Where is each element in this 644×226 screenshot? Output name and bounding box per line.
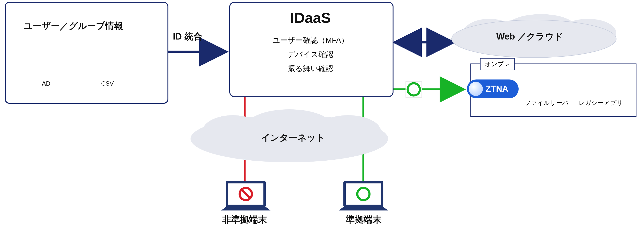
svg-rect-41 bbox=[226, 181, 266, 207]
svg-rect-47 bbox=[346, 184, 381, 204]
id-integration-label: ID 統合 bbox=[173, 30, 202, 42]
onprem-tag: オンプレ bbox=[480, 58, 515, 70]
user-group-title: ユーザー／グループ情報 bbox=[24, 20, 123, 32]
web-cloud-label: Web ／クラウド bbox=[496, 30, 563, 42]
svg-rect-5 bbox=[406, 81, 422, 97]
svg-point-6 bbox=[408, 83, 420, 96]
svg-marker-43 bbox=[221, 207, 270, 210]
svg-point-15 bbox=[315, 115, 381, 148]
svg-point-49 bbox=[357, 188, 370, 200]
svg-rect-46 bbox=[344, 181, 384, 207]
svg-line-45 bbox=[242, 190, 250, 198]
svg-point-13 bbox=[202, 115, 264, 148]
svg-rect-42 bbox=[228, 184, 264, 204]
svg-point-44 bbox=[240, 188, 252, 200]
legacy-app-label: レガシーアプリ bbox=[578, 99, 623, 107]
ztna-pill: ZTNA bbox=[467, 80, 519, 98]
diagram-stage: ユーザー／グループ情報 AD CSV ID 統合 IDaaS ユーザー確認（MF… bbox=[0, 0, 644, 226]
internet-label: インターネット bbox=[261, 132, 325, 144]
idaas-title: IDaaS bbox=[275, 10, 346, 26]
ad-label: AD bbox=[42, 80, 50, 87]
noncompliant-label: 非準拠端末 bbox=[222, 214, 267, 226]
file-server-label: ファイルサーバ bbox=[524, 99, 569, 107]
idaas-line2: デバイス確認 bbox=[252, 50, 369, 60]
csv-label: CSV bbox=[101, 80, 114, 87]
idaas-line3: 振る舞い確認 bbox=[252, 64, 369, 74]
svg-point-10 bbox=[560, 19, 616, 47]
ztna-endcap-icon bbox=[469, 82, 483, 96]
idaas-line1: ユーザー確認（MFA） bbox=[252, 35, 369, 46]
compliant-label: 準拠端末 bbox=[346, 214, 382, 226]
user-group-box bbox=[5, 2, 168, 104]
ztna-label: ZTNA bbox=[486, 84, 508, 94]
svg-marker-48 bbox=[339, 207, 388, 210]
